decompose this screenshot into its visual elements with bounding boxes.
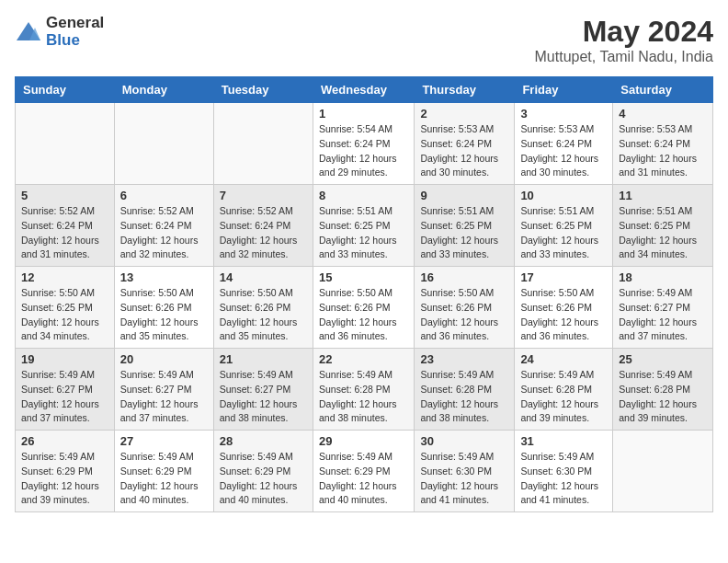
header-thursday: Thursday [415,77,515,103]
day-info: Sunrise: 5:49 AM Sunset: 6:28 PM Dayligh… [520,368,607,426]
day-number: 5 [21,189,108,202]
day-info: Sunrise: 5:49 AM Sunset: 6:27 PM Dayligh… [120,368,208,426]
page-header: General Blue May 2024 Muttupet, Tamil Na… [15,15,713,65]
day-number: 21 [220,352,307,366]
calendar-day-9: 9Sunrise: 5:51 AM Sunset: 6:25 PM Daylig… [415,185,515,267]
calendar-day-15: 15Sunrise: 5:50 AM Sunset: 6:26 PM Dayli… [313,267,414,349]
day-number: 23 [420,352,508,366]
calendar-day-12: 12Sunrise: 5:50 AM Sunset: 6:25 PM Dayli… [16,267,115,349]
calendar-day-25: 25Sunrise: 5:49 AM Sunset: 6:28 PM Dayli… [613,349,713,431]
day-number: 25 [619,352,707,366]
calendar-day-13: 13Sunrise: 5:50 AM Sunset: 6:26 PM Dayli… [114,267,213,349]
day-info: Sunrise: 5:49 AM Sunset: 6:30 PM Dayligh… [420,450,508,508]
day-number: 26 [21,434,108,448]
day-info: Sunrise: 5:51 AM Sunset: 6:25 PM Dayligh… [520,204,607,262]
header-monday: Monday [114,77,213,103]
calendar-day-19: 19Sunrise: 5:49 AM Sunset: 6:27 PM Dayli… [16,349,115,431]
calendar-day-14: 14Sunrise: 5:50 AM Sunset: 6:26 PM Dayli… [213,267,313,349]
day-number: 24 [520,352,607,366]
day-info: Sunrise: 5:51 AM Sunset: 6:25 PM Dayligh… [619,204,707,262]
calendar-day-6: 6Sunrise: 5:52 AM Sunset: 6:24 PM Daylig… [114,185,213,267]
day-number: 20 [120,352,208,366]
calendar-week-1: 1Sunrise: 5:54 AM Sunset: 6:24 PM Daylig… [16,103,713,185]
calendar-day-empty [114,103,213,185]
title-section: May 2024 Muttupet, Tamil Nadu, India [535,15,713,65]
logo: General Blue [15,15,104,49]
day-number: 31 [520,434,607,448]
day-number: 17 [520,270,607,284]
calendar-week-2: 5Sunrise: 5:52 AM Sunset: 6:24 PM Daylig… [16,185,713,267]
calendar-day-7: 7Sunrise: 5:52 AM Sunset: 6:24 PM Daylig… [213,185,313,267]
day-info: Sunrise: 5:49 AM Sunset: 6:29 PM Dayligh… [319,450,408,508]
day-info: Sunrise: 5:49 AM Sunset: 6:28 PM Dayligh… [420,368,508,426]
day-info: Sunrise: 5:53 AM Sunset: 6:24 PM Dayligh… [520,122,607,180]
day-number: 22 [319,352,408,366]
calendar-day-3: 3Sunrise: 5:53 AM Sunset: 6:24 PM Daylig… [515,103,613,185]
calendar-day-22: 22Sunrise: 5:49 AM Sunset: 6:28 PM Dayli… [313,349,414,431]
calendar-day-11: 11Sunrise: 5:51 AM Sunset: 6:25 PM Dayli… [613,185,713,267]
calendar-day-16: 16Sunrise: 5:50 AM Sunset: 6:26 PM Dayli… [415,267,515,349]
day-number: 2 [420,107,508,121]
calendar-day-10: 10Sunrise: 5:51 AM Sunset: 6:25 PM Dayli… [515,185,613,267]
day-info: Sunrise: 5:50 AM Sunset: 6:26 PM Dayligh… [120,286,208,344]
day-number: 30 [420,434,508,448]
day-number: 27 [120,434,208,448]
day-number: 18 [619,270,707,284]
day-info: Sunrise: 5:49 AM Sunset: 6:28 PM Dayligh… [319,368,408,426]
calendar-day-empty [613,431,713,512]
day-info: Sunrise: 5:49 AM Sunset: 6:28 PM Dayligh… [619,368,707,426]
calendar-week-4: 19Sunrise: 5:49 AM Sunset: 6:27 PM Dayli… [16,349,713,431]
calendar-header-row: Sunday Monday Tuesday Wednesday Thursday… [16,77,713,103]
calendar-day-20: 20Sunrise: 5:49 AM Sunset: 6:27 PM Dayli… [114,349,213,431]
header-tuesday: Tuesday [213,77,313,103]
day-number: 6 [120,189,208,202]
calendar-day-30: 30Sunrise: 5:49 AM Sunset: 6:30 PM Dayli… [415,431,515,512]
calendar-day-28: 28Sunrise: 5:49 AM Sunset: 6:29 PM Dayli… [213,431,313,512]
calendar-day-17: 17Sunrise: 5:50 AM Sunset: 6:26 PM Dayli… [515,267,613,349]
logo-text: General Blue [46,15,104,49]
day-info: Sunrise: 5:50 AM Sunset: 6:26 PM Dayligh… [319,286,408,344]
calendar-day-empty [213,103,313,185]
day-info: Sunrise: 5:49 AM Sunset: 6:30 PM Dayligh… [520,450,607,508]
day-number: 4 [619,107,707,121]
day-number: 15 [319,270,408,284]
calendar-day-23: 23Sunrise: 5:49 AM Sunset: 6:28 PM Dayli… [415,349,515,431]
logo-general: General [46,15,104,32]
header-saturday: Saturday [613,77,713,103]
header-friday: Friday [515,77,613,103]
day-info: Sunrise: 5:50 AM Sunset: 6:26 PM Dayligh… [220,286,307,344]
day-number: 11 [619,189,707,202]
day-number: 8 [319,189,408,202]
day-info: Sunrise: 5:49 AM Sunset: 6:27 PM Dayligh… [21,368,108,426]
day-number: 19 [21,352,108,366]
day-info: Sunrise: 5:53 AM Sunset: 6:24 PM Dayligh… [420,122,508,180]
calendar-day-8: 8Sunrise: 5:51 AM Sunset: 6:25 PM Daylig… [313,185,414,267]
day-info: Sunrise: 5:49 AM Sunset: 6:29 PM Dayligh… [21,450,108,508]
calendar-day-18: 18Sunrise: 5:49 AM Sunset: 6:27 PM Dayli… [613,267,713,349]
day-info: Sunrise: 5:50 AM Sunset: 6:26 PM Dayligh… [420,286,508,344]
header-sunday: Sunday [16,77,115,103]
day-number: 9 [420,189,508,202]
day-info: Sunrise: 5:52 AM Sunset: 6:24 PM Dayligh… [220,204,307,262]
calendar-day-1: 1Sunrise: 5:54 AM Sunset: 6:24 PM Daylig… [313,103,414,185]
day-info: Sunrise: 5:52 AM Sunset: 6:24 PM Dayligh… [120,204,208,262]
day-info: Sunrise: 5:49 AM Sunset: 6:29 PM Dayligh… [220,450,307,508]
month-year-title: May 2024 [535,15,713,49]
calendar-day-29: 29Sunrise: 5:49 AM Sunset: 6:29 PM Dayli… [313,431,414,512]
day-number: 12 [21,270,108,284]
day-number: 10 [520,189,607,202]
day-number: 13 [120,270,208,284]
day-number: 28 [220,434,307,448]
day-number: 3 [520,107,607,121]
calendar-week-3: 12Sunrise: 5:50 AM Sunset: 6:25 PM Dayli… [16,267,713,349]
logo-icon [15,18,42,46]
day-info: Sunrise: 5:50 AM Sunset: 6:26 PM Dayligh… [520,286,607,344]
day-number: 7 [220,189,307,202]
calendar-day-26: 26Sunrise: 5:49 AM Sunset: 6:29 PM Dayli… [16,431,115,512]
calendar-day-24: 24Sunrise: 5:49 AM Sunset: 6:28 PM Dayli… [515,349,613,431]
calendar-week-5: 26Sunrise: 5:49 AM Sunset: 6:29 PM Dayli… [16,431,713,512]
day-info: Sunrise: 5:51 AM Sunset: 6:25 PM Dayligh… [420,204,508,262]
calendar-table: Sunday Monday Tuesday Wednesday Thursday… [15,76,713,512]
day-info: Sunrise: 5:49 AM Sunset: 6:29 PM Dayligh… [120,450,208,508]
calendar-day-31: 31Sunrise: 5:49 AM Sunset: 6:30 PM Dayli… [515,431,613,512]
